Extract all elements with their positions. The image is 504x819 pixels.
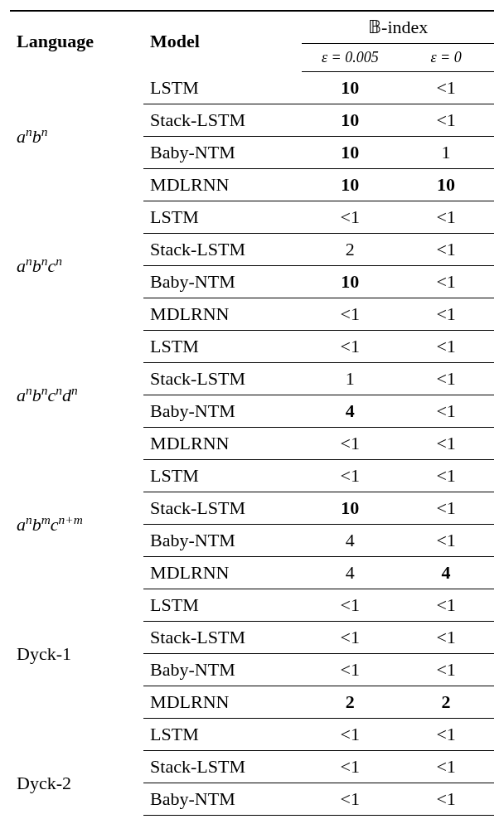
model-cell: LSTM bbox=[143, 201, 302, 234]
value-eps2: <1 bbox=[398, 104, 494, 137]
model-cell: Stack-LSTM bbox=[143, 234, 302, 266]
value-eps2: 4 bbox=[398, 557, 494, 589]
value-eps2: <1 bbox=[398, 266, 494, 298]
table-row: Dyck-1LSTM<1<1 bbox=[10, 589, 494, 622]
value-eps1: <1 bbox=[302, 589, 398, 622]
model-cell: MDLRNN bbox=[143, 298, 302, 331]
model-cell: MDLRNN bbox=[143, 169, 302, 201]
value-eps2: <1 bbox=[398, 622, 494, 654]
value-eps1: <1 bbox=[302, 816, 398, 820]
value-eps1: <1 bbox=[302, 622, 398, 654]
value-eps1: 2 bbox=[302, 234, 398, 266]
value-eps2: <1 bbox=[398, 331, 494, 363]
model-cell: MDLRNN bbox=[143, 816, 302, 820]
value-eps1: 10 bbox=[302, 492, 398, 525]
value-eps1: <1 bbox=[302, 298, 398, 331]
model-cell: MDLRNN bbox=[143, 557, 302, 589]
value-eps2: <1 bbox=[398, 492, 494, 525]
value-eps2: <1 bbox=[398, 363, 494, 395]
value-eps1: <1 bbox=[302, 428, 398, 460]
value-eps1: <1 bbox=[302, 719, 398, 751]
table-row: anbncndnLSTM<1<1 bbox=[10, 331, 494, 363]
language-cell: anbn bbox=[10, 72, 143, 201]
value-eps1: <1 bbox=[302, 783, 398, 816]
value-eps1: <1 bbox=[302, 654, 398, 686]
value-eps1: 1 bbox=[302, 363, 398, 395]
model-cell: Baby-NTM bbox=[143, 266, 302, 298]
model-cell: LSTM bbox=[143, 460, 302, 492]
model-cell: Baby-NTM bbox=[143, 525, 302, 557]
value-eps2: <1 bbox=[398, 525, 494, 557]
value-eps1: 10 bbox=[302, 266, 398, 298]
model-cell: Baby-NTM bbox=[143, 783, 302, 816]
value-eps2: <1 bbox=[398, 72, 494, 104]
model-cell: Stack-LSTM bbox=[143, 492, 302, 525]
value-eps2: <1 bbox=[398, 654, 494, 686]
value-eps1: 2 bbox=[302, 686, 398, 719]
value-eps1: 4 bbox=[302, 525, 398, 557]
value-eps1: 10 bbox=[302, 137, 398, 169]
value-eps2: <1 bbox=[398, 751, 494, 783]
value-eps1: 10 bbox=[302, 72, 398, 104]
model-cell: Baby-NTM bbox=[143, 395, 302, 428]
value-eps2: 10 bbox=[398, 169, 494, 201]
value-eps2: <1 bbox=[398, 234, 494, 266]
table-row: Dyck-2LSTM<1<1 bbox=[10, 719, 494, 751]
table-row: anbncnLSTM<1<1 bbox=[10, 201, 494, 234]
value-eps2: <1 bbox=[398, 395, 494, 428]
header-eps2: ε = 0 bbox=[398, 44, 494, 72]
value-eps2: 1 bbox=[398, 137, 494, 169]
language-cell: Dyck-1 bbox=[10, 589, 143, 719]
value-eps1: <1 bbox=[302, 460, 398, 492]
value-eps2: <1 bbox=[398, 460, 494, 492]
model-cell: MDLRNN bbox=[143, 686, 302, 719]
model-cell: Baby-NTM bbox=[143, 654, 302, 686]
language-cell: anbncndn bbox=[10, 331, 143, 460]
model-cell: Baby-NTM bbox=[143, 137, 302, 169]
value-eps2: <1 bbox=[398, 201, 494, 234]
value-eps1: 4 bbox=[302, 557, 398, 589]
language-cell: anbncn bbox=[10, 201, 143, 331]
value-eps2: <1 bbox=[398, 783, 494, 816]
value-eps1: <1 bbox=[302, 751, 398, 783]
value-eps1: <1 bbox=[302, 331, 398, 363]
value-eps1: 4 bbox=[302, 395, 398, 428]
language-cell: Dyck-2 bbox=[10, 719, 143, 820]
results-table: Language Model 𝔹-index ε = 0.005 ε = 0 a… bbox=[10, 10, 494, 819]
header-eps1: ε = 0.005 bbox=[302, 44, 398, 72]
value-eps1: <1 bbox=[302, 201, 398, 234]
value-eps1: 10 bbox=[302, 104, 398, 137]
model-cell: LSTM bbox=[143, 719, 302, 751]
table-row: anbnLSTM10<1 bbox=[10, 72, 494, 104]
value-eps2: <1 bbox=[398, 816, 494, 820]
header-language: Language bbox=[10, 11, 143, 72]
value-eps2: <1 bbox=[398, 719, 494, 751]
value-eps1: 10 bbox=[302, 169, 398, 201]
model-cell: Stack-LSTM bbox=[143, 751, 302, 783]
header-bindex: 𝔹-index bbox=[302, 11, 494, 44]
model-cell: MDLRNN bbox=[143, 428, 302, 460]
header-model: Model bbox=[143, 11, 302, 72]
model-cell: LSTM bbox=[143, 331, 302, 363]
model-cell: Stack-LSTM bbox=[143, 363, 302, 395]
model-cell: Stack-LSTM bbox=[143, 622, 302, 654]
value-eps2: <1 bbox=[398, 428, 494, 460]
model-cell: LSTM bbox=[143, 72, 302, 104]
value-eps2: 2 bbox=[398, 686, 494, 719]
language-cell: anbmcn+m bbox=[10, 460, 143, 589]
model-cell: Stack-LSTM bbox=[143, 104, 302, 137]
value-eps2: <1 bbox=[398, 298, 494, 331]
model-cell: LSTM bbox=[143, 589, 302, 622]
table-row: anbmcn+mLSTM<1<1 bbox=[10, 460, 494, 492]
value-eps2: <1 bbox=[398, 589, 494, 622]
